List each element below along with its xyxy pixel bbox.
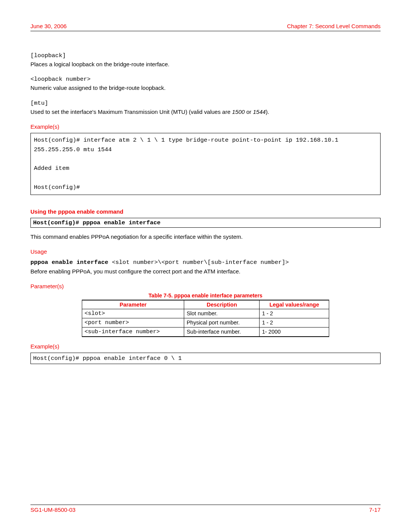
page-footer: SG1-UM-8500-03 7-17 <box>30 505 381 513</box>
header-chapter: Chapter 7: Second Level Commands <box>287 23 381 29</box>
header-date: June 30, 2006 <box>30 23 67 29</box>
example-code-1: Host(config)# interface atm 2 \ 1 \ 1 ty… <box>30 133 381 195</box>
usage-note: Before enabling PPPoA, you must configur… <box>30 268 381 275</box>
loopback-desc: Places a logical loopback on the bridge-… <box>30 61 381 68</box>
table-header-description: Description <box>184 300 260 309</box>
footer-pagenum: 7-17 <box>369 506 381 513</box>
loopback-term: [loopback] <box>30 52 381 59</box>
examples-heading-1: Example(s) <box>30 123 381 130</box>
usage-heading: Usage <box>30 248 381 255</box>
loopback-number-term: <loopback number> <box>30 76 381 83</box>
examples-heading-2: Example(s) <box>30 343 381 350</box>
mtu-term: [mtu] <box>30 100 381 107</box>
usage-syntax: pppoa enable interface <slot number>\<po… <box>30 258 381 267</box>
pppoa-section-heading: Using the pppoa enable command <box>30 208 381 215</box>
footer-docnum: SG1-UM-8500-03 <box>30 506 75 513</box>
mtu-desc: Used to set the interface's Maximum Tran… <box>30 108 381 116</box>
page-header: June 30, 2006 Chapter 7: Second Level Co… <box>30 23 381 31</box>
parameters-table: Parameter Description Legal values/range… <box>82 300 329 337</box>
table-row: <slot> Slot number. 1 - 2 <box>82 309 329 318</box>
pppoa-command-box: Host(config)# pppoa enable interface <box>30 218 381 228</box>
table-header-parameter: Parameter <box>82 300 184 309</box>
table-caption: Table 7-5. pppoa enable interface parame… <box>30 292 381 299</box>
table-row: <port number> Physical port number. 1 - … <box>82 318 329 328</box>
loopback-number-desc: Numeric value assigned to the bridge-rou… <box>30 84 381 92</box>
table-header-range: Legal values/range <box>260 300 329 309</box>
pppoa-description: This command enables PPPoA negotiation f… <box>30 233 381 241</box>
example-code-2: Host(config)# pppoa enable interface 0 \… <box>30 353 381 364</box>
parameters-heading: Parameter(s) <box>30 283 381 289</box>
table-row: <sub-interface number> Sub-interface num… <box>82 328 329 337</box>
